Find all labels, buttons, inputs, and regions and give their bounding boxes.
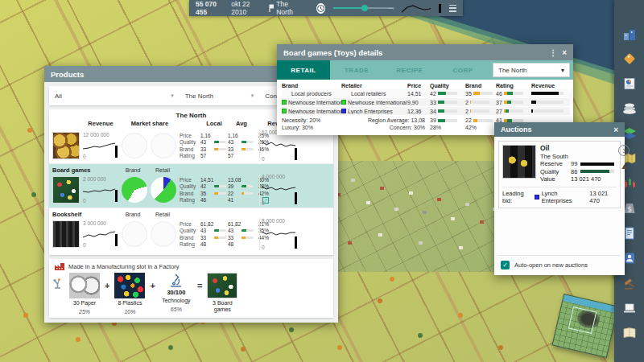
retail-row[interactable]: Newhouse International Newhouse Internat… — [282, 98, 570, 106]
recipe-made-in: Made in a Manufacturing slot in a Factor… — [68, 263, 180, 270]
recipe-input[interactable]: 8 Plastics 10% — [112, 273, 147, 315]
tab-trade[interactable]: TRADE — [330, 60, 383, 80]
product-image — [52, 132, 80, 159]
microscope-icon — [168, 273, 184, 289]
retail-row[interactable]: Newhouse International Lynch Enterprises… — [282, 107, 570, 115]
product-image — [52, 220, 80, 248]
tag-icon[interactable] — [621, 51, 638, 66]
retail-pie-empty — [151, 133, 176, 158]
auction-region: The South — [540, 153, 614, 161]
retail-columns: BrandRetailer PriceQuality BrandRating R… — [282, 81, 570, 89]
revenue-cell: 12 000 000 0 — [81, 132, 120, 159]
plus-sign: + — [105, 281, 109, 290]
flag-icon — [268, 4, 274, 13]
minimap-viewport[interactable] — [568, 306, 597, 334]
revenue-sparkline — [261, 225, 296, 238]
product-row[interactable]: Bookshelf Brand Retail 3 000 000 0 — [49, 208, 333, 252]
bid-arrow-button[interactable]: ▲ — [620, 162, 628, 171]
product-image — [52, 176, 80, 204]
revenue-cell: 2 000 000 0 — [81, 176, 120, 204]
revenue-sparkline — [82, 139, 116, 152]
auctions-title: Auctions — [501, 125, 532, 134]
industry-icon[interactable] — [621, 26, 638, 41]
factory-icon — [54, 261, 65, 271]
close-icon[interactable]: × — [562, 48, 567, 57]
filter-region-dropdown[interactable]: The North▾ — [180, 86, 260, 105]
revenue-sparkline — [261, 181, 296, 194]
revenue-bar — [115, 234, 118, 246]
research-icon[interactable] — [621, 300, 638, 315]
auto-open-label: Auto-open on new auctions — [514, 261, 588, 269]
slider-fill — [333, 7, 365, 9]
region-name: The North — [276, 0, 300, 16]
company-color-swatch — [282, 109, 287, 113]
auction-timer: 3 — [618, 145, 630, 156]
auction-item[interactable]: Oil The South Reserve99 Quality86 Value1… — [498, 141, 621, 208]
tab-corp[interactable]: CORP — [436, 60, 489, 80]
revenue-sparkline — [82, 183, 116, 196]
company-color-swatch — [341, 109, 346, 113]
slider-arrow-icon: ─› — [389, 6, 394, 11]
recipe-panel: Made in a Manufacturing slot in a Factor… — [49, 259, 333, 318]
tab-recipe[interactable]: RECIPE — [383, 60, 436, 80]
board-games-image — [207, 273, 237, 298]
product-stats: Price14,5113,0830% Quality423928% Brand3… — [180, 176, 259, 204]
company-color-swatch — [341, 100, 346, 105]
auctions-window: Auctions × Oil The South Reserve99 Quali… — [494, 122, 625, 275]
report-icon[interactable] — [621, 76, 638, 91]
brand-pie — [122, 177, 147, 203]
guide-icon[interactable] — [621, 325, 638, 340]
product-stats: Price61,8261,8221% Quality434335% Brand3… — [180, 220, 259, 248]
leading-bid-amount: 13 021 470 — [589, 190, 617, 204]
product-name: Bookshelf — [49, 211, 118, 218]
slider-knob[interactable] — [361, 5, 368, 11]
resources-icon[interactable] — [621, 101, 638, 116]
chevron-down-icon: ▾ — [561, 67, 564, 74]
recipe-output[interactable]: 3 Board games — [204, 273, 240, 313]
revenue-bar — [295, 148, 297, 160]
equals-sign: = — [197, 281, 202, 290]
plus-sign: + — [150, 281, 155, 290]
product-row-selected[interactable]: Board games Brand Retail 2 000 000 0 — [49, 163, 333, 208]
retail-row[interactable]: Local producers Local retailers 14,51 42… — [282, 89, 570, 97]
recipe-technology[interactable]: 30/100 Technology 65% — [158, 273, 195, 312]
auto-open-checkbox[interactable]: ✓ — [501, 261, 510, 269]
details-title: Board games (Toys) details — [283, 48, 382, 57]
manufacturing-robot-icon — [52, 277, 63, 290]
money-balance: 55 070 455 — [196, 0, 223, 16]
revenue-cell-right: 4 000 000 0 — [259, 174, 301, 206]
recipe-input[interactable]: 30 Paper 25% — [67, 273, 102, 315]
game-date: okt 22 2010 — [231, 0, 260, 16]
filter-product-dropdown[interactable]: All▾ — [49, 86, 180, 105]
revenue-bar — [295, 237, 297, 249]
time-speed-slider[interactable]: ─› — [333, 3, 393, 13]
details-titlebar[interactable]: Board games (Toys) details ⋮ × — [277, 44, 573, 60]
clock-icon[interactable] — [316, 3, 324, 14]
auctions-titlebar[interactable]: Auctions × — [494, 122, 625, 137]
chevron-down-icon: ▾ — [251, 93, 254, 99]
auction-item-name: Oil — [540, 145, 614, 153]
revenue-sparkline — [82, 228, 116, 241]
brand-pie-empty — [122, 133, 147, 158]
revenue-sparkline — [261, 137, 296, 150]
menu-icon[interactable] — [449, 5, 456, 12]
details-region-dropdown[interactable]: The North▾ — [493, 63, 570, 77]
auction-gavel-icon[interactable] — [621, 275, 638, 290]
revenue-bar — [295, 192, 297, 204]
close-icon[interactable]: × — [613, 125, 618, 134]
window-menu-icon[interactable]: ⋮ — [549, 48, 557, 57]
oil-image — [502, 145, 536, 179]
product-stats: Price1,161,1625% Quality434329% Brand333… — [180, 132, 259, 159]
products-title: Products — [51, 70, 84, 79]
revenue-cell-right: 8 000 000 0 — [259, 218, 301, 250]
region-selector[interactable]: The North — [268, 0, 300, 16]
company-color-swatch — [282, 100, 287, 105]
tab-retail[interactable]: RETAIL — [277, 60, 330, 80]
details-tabs: RETAIL TRADE RECIPE CORP The North▾ — [277, 60, 573, 80]
market-sparkline — [401, 2, 431, 14]
chevron-down-icon: ▾ — [171, 93, 174, 99]
product-name: Board games — [49, 167, 118, 174]
retail-pie-empty — [151, 221, 176, 247]
bidder-color-swatch — [535, 195, 539, 200]
retail-pie-chart — [570, 81, 573, 110]
